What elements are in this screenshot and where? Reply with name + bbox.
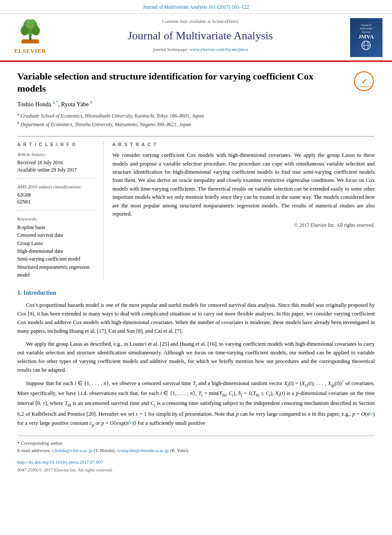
homepage-line: journal homepage: www.elsevier.com/locat… xyxy=(57,46,344,53)
article-history-block: Article history: Received 18 July 2016 A… xyxy=(17,151,97,178)
crossmark-block: ✓ CrossMark xyxy=(353,70,375,95)
svg-rect-6 xyxy=(22,40,39,43)
keyword-1: B-spline basis xyxy=(17,223,97,231)
footnote-section: * Corresponding author. E-mail addresses… xyxy=(17,436,375,454)
jmva-logo-icon xyxy=(357,40,375,51)
footnote-emails: E-mail addresses: t.honda@r.hit-u.ac.jp … xyxy=(17,447,375,454)
keyword-6: Structured nonparametric regression mode… xyxy=(17,263,97,279)
author-honda-sup: a,* xyxy=(53,100,58,105)
issn-line: 0047-259X/© 2017 Elsevier Inc. All right… xyxy=(17,467,375,473)
corresponding-author-note: * Corresponding author. xyxy=(17,440,64,446)
affiliation-a: a Graduate School of Economics, Hitotsub… xyxy=(17,111,375,120)
history-label: Article history: xyxy=(17,151,97,158)
author-yabe: Ryota Yabe xyxy=(61,101,89,108)
honda-name-note: (T. Honda), xyxy=(94,448,116,453)
elsevier-tree-icon xyxy=(17,19,43,45)
main-content: ✓ CrossMark Variable selection and struc… xyxy=(0,62,392,482)
keyword-4: High-dimensional data xyxy=(17,247,97,255)
keyword-3: Group Lasso xyxy=(17,239,97,247)
article-info-heading: A R T I C L E I N F O xyxy=(17,142,97,148)
doi-section: http://dx.doi.org/10.1016/j.jmva.2017.07… xyxy=(17,459,375,466)
article-columns: A R T I C L E I N F O Article history: R… xyxy=(17,136,375,279)
keyword-2: Censored survival data xyxy=(17,231,97,239)
journal-header: ELSEVIER Contents lists available at Sci… xyxy=(0,14,392,62)
keywords-label: Keywords: xyxy=(17,216,97,223)
affiliation-b: b Department of Economics, Shinshu Unive… xyxy=(17,120,375,128)
paper-title: Variable selection and structure identif… xyxy=(17,70,321,95)
honda-email-link[interactable]: t.honda@r.hit-u.ac.jp xyxy=(52,448,92,453)
abstract-col: A B S T R A C T We consider varying coef… xyxy=(112,142,375,279)
svg-text:CrossMark: CrossMark xyxy=(357,85,370,88)
jmva-logo-block: Journal ofMultivariateAnalysis JMVA xyxy=(349,18,383,61)
article-info-col: A R T I C L E I N F O Article history: R… xyxy=(17,142,104,279)
elsevier-logo-block: ELSEVIER xyxy=(9,18,52,61)
sciencedirect-line: Contents lists available at ScienceDirec… xyxy=(57,18,344,25)
yabe-name-note: (R. Yabe). xyxy=(170,448,189,453)
journal-title: Journal of Multivariate Analysis xyxy=(57,28,344,44)
jmva-logo: Journal ofMultivariateAnalysis JMVA xyxy=(350,18,382,57)
footnote-star: * Corresponding author. xyxy=(17,439,375,447)
crossmark-icon: ✓ CrossMark xyxy=(353,70,375,92)
ams-62g08: 62G08 xyxy=(17,191,97,199)
yabe-email-link[interactable]: ryotayabe@shinshu-u.ac.jp xyxy=(117,448,169,453)
svg-text:✓: ✓ xyxy=(361,78,367,85)
elsevier-label: ELSEVIER xyxy=(14,47,46,55)
keywords-block: Keywords: B-spline basis Censored surviv… xyxy=(17,216,97,279)
keywords-list: B-spline basis Censored survival data Gr… xyxy=(17,223,97,279)
available-date: Available online 29 July 2017 xyxy=(17,166,97,174)
copyright-line: © 2017 Elsevier Inc. All rights reserved… xyxy=(112,222,375,229)
citation-text: Journal of Multivariate Analysis 161 (20… xyxy=(143,4,249,10)
email-label: E-mail addresses: xyxy=(17,448,51,453)
journal-center: Contents lists available at ScienceDirec… xyxy=(57,18,344,61)
intro-para3: Suppose that for each i ∈ {1, . . . , n}… xyxy=(17,379,375,429)
doi-link[interactable]: http://dx.doi.org/10.1016/j.jmva.2017.07… xyxy=(17,459,103,465)
ams-62n01: 62N01 xyxy=(17,198,97,206)
intro-heading: 1. Introduction xyxy=(17,289,375,297)
title-block: ✓ CrossMark Variable selection and struc… xyxy=(17,70,375,128)
abstract-heading: A B S T R A C T xyxy=(112,142,375,148)
keyword-5: Semi-varying coefficient model xyxy=(17,255,97,263)
authors-line: Toshio Honda a,*, Ryota Yabe b xyxy=(17,99,375,109)
homepage-label: journal homepage: xyxy=(153,47,188,52)
author-yabe-sup: b xyxy=(90,100,92,105)
intro-para1: Cox's proportional hazards model is one … xyxy=(17,301,375,335)
homepage-link[interactable]: www.elsevier.com/locate/jmva xyxy=(189,47,248,52)
ams-block: AMS 2010 subject classifications: 62G08 … xyxy=(17,184,97,210)
ams-label: AMS 2010 subject classifications: xyxy=(17,184,97,191)
author-honda: Toshio Honda xyxy=(17,101,51,108)
sciencedirect-text: Contents lists available at ScienceDirec… xyxy=(162,19,239,24)
journal-citation: Journal of Multivariate Analysis 161 (20… xyxy=(0,0,392,14)
abstract-text: We consider varying coefficient Cox mode… xyxy=(112,151,375,218)
intro-para2: We apply the group Lasso as described, e… xyxy=(17,340,375,374)
received-date: Received 18 July 2016 xyxy=(17,159,97,166)
